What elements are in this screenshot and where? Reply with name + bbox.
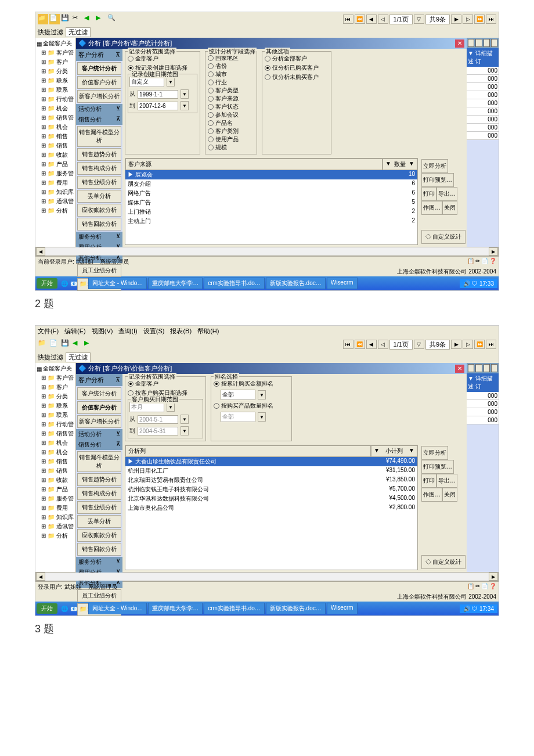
taskbar-item[interactable]: Wisecrm [327,278,358,289]
quicklaunch-icon[interactable]: 🌐 [60,606,69,612]
from-date[interactable]: 1999-1-1 [138,90,178,99]
result-row[interactable]: 北京华讯和达数据科技有限公司¥4,500.00 [125,494,417,503]
tree-item[interactable]: ⊞ 📁 销售 [37,466,74,476]
status-icon[interactable]: ❓ [489,258,496,266]
sidebar-sales-item[interactable]: 销售回款分析 [77,218,121,231]
tree-item[interactable]: ⊞ 📁 分类 [37,67,74,76]
sidebar-sales-item[interactable]: 销售漏斗模型分析 [77,451,121,472]
custom-stat-button[interactable]: ◇ 自定义统计 [421,555,466,569]
result-row[interactable]: ▶ 展览会10 [125,170,417,179]
filter-value[interactable]: 无过滤 [66,352,91,362]
status-icon[interactable]: 📋 [467,258,474,266]
tree-item[interactable]: ⊞ 📁 服务管 [37,169,74,178]
nav-fwd[interactable]: ▷ [463,340,473,349]
action-button[interactable]: 打印 [421,474,436,488]
tree-item[interactable]: ⊞ 📁 机会 [37,438,74,448]
tree-item[interactable]: ⊞ 📁 行动管 [37,420,74,429]
toolbar-icon[interactable]: 📁 [38,14,48,24]
action-button[interactable]: 导出… [436,474,457,488]
tree-item[interactable]: ⊞ 📁 客户 [37,383,74,392]
dropdown-icon[interactable]: ▼ [167,77,175,87]
nav-next-page[interactable]: ⏩ [474,15,485,24]
stat-field-radio[interactable]: 客户来源 [208,95,254,103]
nav-first[interactable]: ⏮ [343,340,353,349]
stat-field-radio[interactable]: 参加会议 [208,111,254,119]
taskbar-item[interactable]: 网址大全 - Windo… [88,603,147,614]
action-button[interactable]: 打印预览… [421,173,454,187]
tree-item[interactable]: ⊞ 📁 联系 [37,411,74,420]
dropdown-icon[interactable]: ▼ [258,390,266,399]
nav-first[interactable]: ⏮ [343,15,353,24]
sidebar-sales-item[interactable]: 销售业绩分析 [77,176,121,189]
tree-item[interactable]: ⊞ 📁 销售 [37,141,74,150]
quicklaunch-icon[interactable]: 📧 [69,280,78,287]
toolbar-icon[interactable]: 🔍 [107,14,118,24]
sidebar-sales[interactable]: 销售分析⊼ [76,114,122,125]
tree-item[interactable]: ⊞ 📁 服务管 [37,494,74,503]
right-icon[interactable] [491,39,497,47]
sidebar-sales-item[interactable]: 应收账款分析 [77,204,121,217]
action-button[interactable]: 作图… [421,201,442,215]
close-button[interactable]: ✕ [455,39,464,48]
toolbar-icon[interactable]: 📄 [49,14,60,24]
menu-item[interactable]: 报表(B) [170,327,192,336]
sidebar-value-customer[interactable]: 价值客户分析 [77,401,121,414]
stat-field-radio[interactable]: 客户状态 [208,103,254,111]
tree-item[interactable]: ⊞ 📁 行动管 [37,95,74,104]
result-row[interactable]: ▶ 大香山珍生物饮品有限责任公司¥74,490.00 [125,457,417,466]
taskbar-item[interactable]: Wisecrm [327,603,358,614]
tree-item[interactable]: ⊞ 📁 通讯管 [37,522,74,531]
result-row[interactable]: 北京瑞田达贸易有限责任公司¥13,850.00 [125,476,417,485]
tree-item[interactable]: ⊞ 📁 通讯管 [37,197,74,206]
status-icon[interactable]: ❓ [489,583,496,591]
taskbar-item[interactable]: crm实验指导书.do… [204,278,265,289]
action-button[interactable]: 关闭 [442,201,457,215]
page-dropdown[interactable]: ▽ [414,340,424,349]
tree-item[interactable]: ⊞ 📁 分析 [37,531,74,541]
toolbar-icon[interactable]: 💾 [61,14,71,24]
action-button[interactable]: 导出… [436,187,457,201]
result-row[interactable]: 媒体广告5 [125,198,417,207]
toolbar-icon[interactable]: ▶ [96,14,106,24]
nav-last[interactable]: ⏭ [486,340,496,349]
menu-item[interactable]: 查询(I) [118,327,137,336]
tree-item[interactable]: ⊞ 📁 客户管 [37,373,74,383]
toolbar-icon[interactable]: 📄 [49,339,60,350]
result-row[interactable]: 网络广告6 [125,189,417,198]
nav-next[interactable]: ▶ [451,15,461,24]
quicklaunch-icon[interactable]: 🌐 [60,280,69,287]
sidebar-sales[interactable]: 销售分析⊼ [76,440,122,450]
tree-item[interactable]: ⊞ 📁 产品 [37,160,74,169]
sidebar-value-customer[interactable]: 价值客户分析 [77,76,121,89]
sidebar-sales-item[interactable]: 丢单分析 [77,190,121,203]
tree-item[interactable]: ⊞ 📁 销售管 [37,429,74,438]
result-row[interactable]: 上海市奥化品公司¥2,800.00 [125,503,417,513]
rank-amount-select[interactable]: 全部 [221,390,255,400]
tree-root[interactable]: ▦ 全能客户关 [37,39,74,48]
action-button[interactable]: 打印预览… [421,460,454,474]
right-icon[interactable] [484,39,490,47]
tree-item[interactable]: ⊞ 📁 知识库 [37,188,74,197]
result-row[interactable]: 主动上门2 [125,217,417,226]
stat-field-radio[interactable]: 行业 [208,78,254,87]
close-button[interactable]: ✕ [455,365,464,373]
tree-item[interactable]: ⊞ 📁 产品 [37,485,74,494]
stat-field-radio[interactable]: 客户类型 [208,87,254,95]
radio-analyze-bought[interactable]: 仅分析已购买客户 [265,63,329,73]
start-button[interactable]: 开始 [37,603,57,614]
page-dropdown[interactable]: ▽ [414,15,424,24]
result-row[interactable]: 杭州临安钱王电子科技有限公司¥5,700.00 [125,485,417,494]
tree-item[interactable]: ⊞ 📁 联系 [37,76,74,85]
stat-field-radio[interactable]: 省份 [208,62,254,70]
right-icon[interactable] [475,364,482,372]
sidebar-sales-item[interactable]: 销售回款分析 [77,543,121,556]
stat-field-radio[interactable]: 使用产品 [208,135,254,143]
tree-item[interactable]: ⊞ 📁 分类 [37,392,74,401]
scroll-left[interactable]: ◀ [36,573,45,581]
sidebar-customer-stat[interactable]: 客户统计分析 [77,387,121,400]
toolbar-icon[interactable]: 💾 [61,339,71,350]
tree-item[interactable]: ⊞ 📁 销售管 [37,113,74,123]
quicklaunch-icon[interactable]: 📁 [78,280,88,287]
sidebar-sales-item[interactable]: 丢单分析 [77,515,121,528]
action-button[interactable]: 关闭 [442,488,457,502]
